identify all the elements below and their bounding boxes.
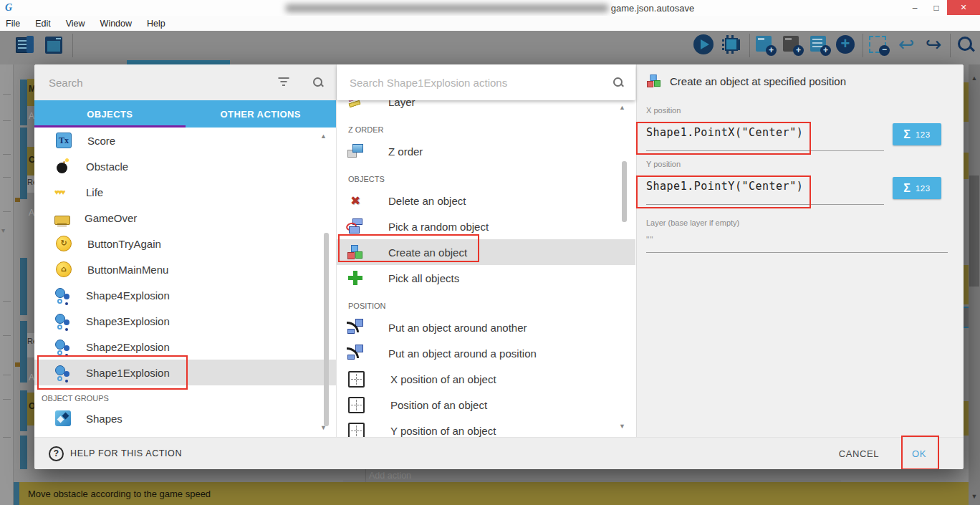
event-sheet-margin: [0, 64, 14, 505]
add-sub-event-icon[interactable]: +: [782, 34, 804, 56]
object-label: Obstacle: [86, 160, 128, 173]
comment-text: Move obstacle according to the game spee…: [28, 489, 211, 499]
toolbar: + + + − ↩ ↪: [0, 31, 980, 60]
action-list: Layer Z ORDER Z order OBJECTS ✖ Delete a…: [337, 89, 635, 437]
search-icon[interactable]: [612, 77, 624, 88]
menu-help[interactable]: Help: [147, 19, 165, 29]
action-label: Create an object: [388, 246, 467, 259]
action-row-y-position[interactable]: Y position of an object: [337, 418, 635, 437]
object-row-shape4explosion[interactable]: Shape4Explosion: [34, 282, 336, 308]
scroll-down-icon[interactable]: ▼: [970, 493, 979, 500]
close-button[interactable]: ✕: [947, 0, 980, 15]
ok-button[interactable]: OK: [912, 448, 926, 459]
y-position-label: Y position: [646, 160, 681, 168]
title-bar: G game.json.autosave – □ ✕: [0, 0, 980, 16]
object-label: GameOver: [85, 212, 137, 224]
group-row-shapes[interactable]: Shapes: [34, 405, 336, 431]
object-list-scrollbar[interactable]: [324, 233, 329, 426]
add-action-row[interactable]: Add action: [14, 469, 969, 482]
debug-icon[interactable]: [721, 34, 743, 56]
scroll-up-icon[interactable]: ▲: [619, 104, 625, 111]
object-row-shape2explosion[interactable]: Shape2Explosion: [34, 334, 336, 360]
undo-icon[interactable]: ↩: [895, 34, 917, 56]
layer-value[interactable]: "": [646, 235, 654, 245]
position-crosshair-icon: [348, 397, 365, 413]
filter-icon[interactable]: [278, 77, 289, 86]
tab-other-actions[interactable]: OTHER ACTIONS: [186, 100, 337, 128]
scene-editor-icon[interactable]: [44, 34, 65, 56]
object-search-input[interactable]: [47, 73, 265, 92]
section-z-order: Z ORDER: [337, 115, 635, 138]
field-underline: [646, 150, 884, 151]
y-position-value[interactable]: Shape1.PointY("Center"): [646, 180, 803, 193]
action-label: Put an object around another: [388, 322, 527, 334]
menu-window[interactable]: Window: [100, 19, 132, 29]
object-row-shape3explosion[interactable]: Shape3Explosion: [34, 308, 336, 334]
redo-icon[interactable]: ↪: [923, 34, 944, 56]
action-row-put-around-position[interactable]: Put an object around a position: [337, 340, 635, 366]
object-label: Shape1Explosion: [86, 367, 170, 379]
action-row-pick-all[interactable]: Pick all objects: [337, 265, 635, 291]
x-position-value[interactable]: Shape1.PointX("Center"): [646, 126, 803, 139]
object-row-shape1explosion[interactable]: Shape1Explosion: [34, 360, 336, 385]
cancel-button[interactable]: CANCEL: [839, 448, 879, 459]
action-row-position[interactable]: Position of an object: [337, 392, 635, 418]
menu-file[interactable]: File: [6, 19, 20, 29]
section-position: POSITION: [337, 291, 635, 314]
window-scrollbar-thumb[interactable]: [969, 175, 979, 287]
tab-objects[interactable]: OBJECTS: [34, 100, 186, 128]
object-row-score[interactable]: Tx Score: [34, 128, 336, 153]
add-event-icon[interactable]: +: [755, 34, 777, 56]
help-button[interactable]: ? HELP FOR THIS ACTION: [49, 446, 182, 461]
action-row-delete-object[interactable]: ✖ Delete an object: [337, 188, 635, 213]
object-label: Score: [87, 135, 115, 147]
action-row-x-position[interactable]: X position of an object: [337, 366, 635, 392]
x-expression-builder-button[interactable]: Σ 123: [893, 123, 941, 145]
comment-row[interactable]: Move obstacle according to the game spee…: [14, 482, 969, 505]
play-icon[interactable]: [693, 34, 715, 56]
action-row-pick-random[interactable]: Pick a random object: [337, 213, 635, 239]
action-row-z-order[interactable]: Z order: [337, 138, 635, 164]
scroll-up-icon[interactable]: ▲: [320, 133, 327, 140]
delete-event-icon[interactable]: −: [868, 34, 890, 56]
object-label: Life: [86, 186, 103, 198]
retry-button-icon: ↻: [56, 236, 72, 251]
search-icon[interactable]: [956, 34, 977, 56]
action-search-input[interactable]: [348, 73, 587, 92]
scroll-down-icon[interactable]: ▼: [619, 423, 625, 430]
toolbar-separator: [950, 34, 951, 57]
fold-arrow-icon[interactable]: ▾: [1, 226, 5, 234]
search-icon[interactable]: [312, 77, 324, 88]
action-search-bar: [337, 64, 635, 100]
minimize-button[interactable]: –: [904, 0, 926, 15]
object-label: Shape4Explosion: [86, 289, 170, 302]
scroll-up-icon[interactable]: ▲: [970, 74, 979, 82]
scroll-down-icon[interactable]: ▼: [320, 424, 327, 431]
object-row-obstacle[interactable]: Obstacle: [34, 153, 336, 179]
object-tabs: OBJECTS OTHER ACTIONS: [34, 100, 336, 128]
object-label: Shape3Explosion: [86, 315, 170, 327]
add-comment-icon[interactable]: +: [810, 34, 831, 56]
object-row-life[interactable]: ♥♥♥ Life: [34, 179, 336, 205]
action-list-scrollbar[interactable]: [622, 161, 627, 222]
add-action-link[interactable]: Add action: [369, 471, 411, 481]
position-crosshair-icon: [348, 423, 365, 438]
action-row-create-object[interactable]: Create an object: [337, 239, 635, 265]
project-manager-icon[interactable]: [15, 34, 37, 56]
action-title: Create an object at specified position: [670, 75, 846, 87]
object-row-buttontryagain[interactable]: ↻ ButtonTryAgain: [34, 231, 336, 256]
action-row-put-around-another[interactable]: Put an object around another: [337, 314, 635, 340]
add-standard-event-icon[interactable]: [835, 34, 857, 56]
event-fragment: A: [29, 372, 34, 383]
menu-view[interactable]: View: [66, 19, 85, 29]
y-expression-builder-button[interactable]: Σ 123: [893, 177, 941, 199]
object-row-gameover[interactable]: GameOver: [34, 205, 336, 231]
object-row-buttonmainmenu[interactable]: ⌂ ButtonMainMenu: [34, 256, 336, 282]
sigma-icon: Σ: [903, 128, 911, 141]
bomb-icon: [54, 158, 72, 175]
menu-edit[interactable]: Edit: [35, 19, 51, 29]
parameters-panel: Create an object at specified position X…: [636, 64, 964, 437]
action-selector-panel: Layer Z ORDER Z order OBJECTS ✖ Delete a…: [336, 64, 636, 437]
menu-bar: File Edit View Window Help: [0, 16, 980, 31]
maximize-button[interactable]: □: [926, 0, 947, 15]
